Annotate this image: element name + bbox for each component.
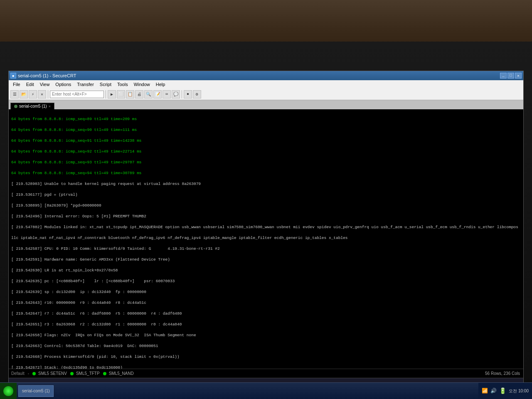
toolbar-sep-1 xyxy=(48,90,48,99)
terminal-line: [ 219.542587] CPU: 0 PID: 10 Comm: ktime… xyxy=(11,246,521,251)
toolbar-disconnect-icon[interactable]: ✕ xyxy=(38,90,46,99)
terminal-line: 64 bytes from 8.8.8.8: icmp_seq=94 ttl=4… xyxy=(11,170,521,176)
terminal-line: [ 219.542591] Hardware name: Generic AM3… xyxy=(11,257,521,262)
taskbar-items: serial-com5 (1) xyxy=(17,385,478,397)
menu-options[interactable]: Options xyxy=(53,81,74,87)
terminal-line: llc iptable_nat nf_nat_ipv4 nf_conntrack… xyxy=(11,235,521,241)
system-time: 오전 10:00 xyxy=(509,388,529,394)
status-default-label: Default xyxy=(11,371,25,376)
terminal-line: 64 bytes from 8.8.8.8: icmp_seq=91 ttl=4… xyxy=(11,138,521,143)
toolbar-session-icon[interactable]: ● xyxy=(184,90,192,99)
terminal-line: 64 bytes from 8.8.8.8: icmp_seq=92 ttl=4… xyxy=(11,149,521,154)
terminal-line: [ 219.542651] r3 : 8a263068 r2 : dc132d0… xyxy=(11,322,521,327)
terminal-area[interactable]: 64 bytes from 8.8.8.8: icmp_seq=89 ttl=4… xyxy=(9,109,523,369)
toolbar-sep-2 xyxy=(106,90,106,99)
terminal-line: [ 219.542647] r7 : dc44a51c r6 : dadf680… xyxy=(11,311,521,316)
window-controls: _ □ ✕ xyxy=(500,73,522,79)
terminal-line: [ 219.547802] Modules linked in: xt_nat … xyxy=(11,224,521,230)
app-icon: ■ xyxy=(10,73,16,79)
window-title: serial-com5 (1) - SecureCRT xyxy=(18,73,500,78)
menu-edit[interactable]: Edit xyxy=(24,81,37,87)
tab-label: serial-com5 (1) xyxy=(19,104,47,108)
toolbar-sep-3 xyxy=(182,90,182,99)
sound-icon: 🔊 xyxy=(490,388,497,394)
enter-host-input[interactable] xyxy=(50,91,104,98)
tab-serial-com5[interactable]: serial-com5 (1) × xyxy=(10,103,54,109)
toolbar-print-icon[interactable]: 🖨 xyxy=(135,90,143,99)
tab-indicator xyxy=(14,105,17,108)
menu-file[interactable]: File xyxy=(10,81,23,87)
terminal-line: [ 219.542672] Stack: (0xdc135d90 to 0xdc… xyxy=(11,365,521,369)
tab-bar: serial-com5 (1) × xyxy=(9,100,523,109)
terminal-line: [ 219.542658] Flags: nZCv IRQs on FIQs o… xyxy=(11,332,521,338)
toolbar-new-icon[interactable]: ☰ xyxy=(10,90,19,99)
session-2-label: SML5_TFTP xyxy=(76,371,100,376)
battery-icon: 🔋 xyxy=(499,387,506,394)
terminal-line: [ 219.542630] LR is at rt_spin_lock+0x27… xyxy=(11,268,521,273)
status-separator: - xyxy=(28,371,29,376)
toolbar-copy-icon[interactable]: ⬜ xyxy=(117,90,125,99)
session-1-label: SML5 SETENV xyxy=(38,371,67,376)
toolbar-chat-icon[interactable]: 💬 xyxy=(172,90,180,99)
toolbar-go-icon[interactable]: ▶ xyxy=(108,90,116,99)
toolbar: ☰ 📂 ⚡ ✕ ▶ ⬜ 📋 🖨 🔍 📝 ⌨ 💬 ● ⚙ xyxy=(9,89,523,100)
network-icon: 📶 xyxy=(482,388,488,394)
taskbar-item-label: serial-com5 (1) xyxy=(22,389,50,393)
terminal-line: [ 219.536177] pgd = (ptrval) xyxy=(11,192,521,197)
terminal-line: [ 219.528903] Unable to handle kernel pa… xyxy=(11,181,521,187)
toolbar-settings-icon[interactable]: ⚙ xyxy=(193,90,201,99)
status-session-3: SML5_NAND xyxy=(103,371,134,376)
menu-window[interactable]: Window xyxy=(131,81,153,87)
menu-help[interactable]: Help xyxy=(153,81,168,87)
tab-close-button[interactable]: × xyxy=(49,104,51,108)
title-bar: ■ serial-com5 (1) - SecureCRT _ □ ✕ xyxy=(9,71,523,80)
rows-cols-indicator: 56 Rows, 236 Cols xyxy=(485,371,520,376)
terminal-line: [ 219.542643] r10: 00000000 r9 : dc44a04… xyxy=(11,300,521,305)
start-button[interactable] xyxy=(0,383,17,399)
menu-bar: File Edit View Options Transfer Script T… xyxy=(9,80,523,89)
terminal-line: [ 219.542635] pc : [<c088b40f>] lr : [<c… xyxy=(11,278,521,284)
status-session-2: SML5_TFTP xyxy=(70,371,100,376)
maximize-button[interactable]: □ xyxy=(507,73,514,79)
session-1-indicator xyxy=(32,372,36,375)
close-button[interactable]: ✕ xyxy=(515,73,522,79)
taskbar-item-securecrt[interactable]: serial-com5 (1) xyxy=(18,385,54,397)
securecrt-window: ■ serial-com5 (1) - SecureCRT _ □ ✕ File… xyxy=(8,71,524,391)
taskbar: serial-com5 (1) 📶 🔊 🔋 오전 10:00 xyxy=(0,382,532,399)
toolbar-paste-icon[interactable]: 📋 xyxy=(126,90,134,99)
menu-script[interactable]: Script xyxy=(97,81,114,87)
toolbar-map-icon[interactable]: ⌨ xyxy=(163,90,171,99)
menu-transfer[interactable]: Transfer xyxy=(74,81,96,87)
terminal-line: 64 bytes from 8.8.8.8: icmp_seq=89 ttl=4… xyxy=(11,116,521,122)
status-bar: Default - SML5 SETENV SML5_TFTP SML5_NAN… xyxy=(9,369,523,378)
toolbar-connect-icon[interactable]: ⚡ xyxy=(29,90,37,99)
terminal-line: [ 219.542639] sp : dc132d00 ip : dc132d4… xyxy=(11,289,521,295)
session-3-indicator xyxy=(103,372,106,375)
terminal-line: [ 219.538895] [8a263079] *pgd=00000000 xyxy=(11,203,521,208)
status-session-1: SML5 SETENV xyxy=(32,371,67,376)
start-icon xyxy=(3,386,13,396)
terminal-line: 64 bytes from 8.8.8.8: icmp_seq=90 ttl=4… xyxy=(11,127,521,133)
session-3-label: SML5_NAND xyxy=(109,371,134,376)
toolbar-find-icon[interactable]: 🔍 xyxy=(144,90,153,99)
session-2-indicator xyxy=(70,372,74,375)
minimize-button[interactable]: _ xyxy=(500,73,507,79)
system-tray: 📶 🔊 🔋 오전 10:00 xyxy=(478,383,532,399)
terminal-line: [ 219.542496] Internal error: Oops: 5 [#… xyxy=(11,214,521,219)
toolbar-open-icon[interactable]: 📂 xyxy=(20,90,28,99)
terminal-line: [ 219.542668] Process ktimersoftd/0 (pid… xyxy=(11,354,521,360)
terminal-line: [ 219.542663] Control: 50c5387d Table: 9… xyxy=(11,343,521,349)
terminal-line: 64 bytes from 8.8.8.8: icmp_seq=93 ttl=4… xyxy=(11,160,521,165)
menu-view[interactable]: View xyxy=(37,81,52,87)
toolbar-log-icon[interactable]: 📝 xyxy=(153,90,162,99)
menu-tools[interactable]: Tools xyxy=(115,81,131,87)
